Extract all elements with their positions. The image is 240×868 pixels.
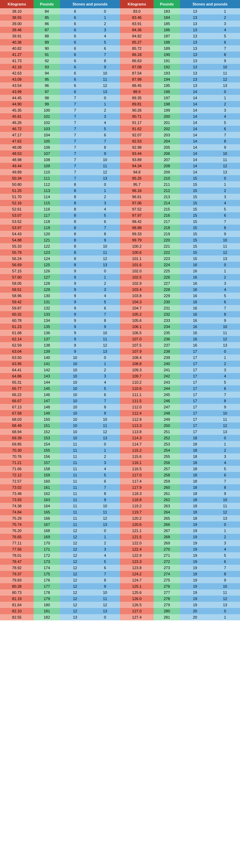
stones-cell: 12 <box>60 565 90 571</box>
st-lbs-cell: 0 <box>210 435 240 441</box>
stones-cell: 14 <box>180 163 210 169</box>
st-lbs-cell: 11 <box>90 163 120 169</box>
stones-cell: 9 <box>60 324 90 330</box>
stones-cell: 11 <box>60 509 90 515</box>
table-row: 45.3510072 <box>0 107 120 113</box>
stones-cell: 15 <box>180 194 210 200</box>
kg-cell: 95.25 <box>120 175 154 181</box>
lbs-cell: 157 <box>34 460 60 466</box>
lbs-cell: 266 <box>154 521 180 528</box>
stones-cell: 17 <box>180 392 210 398</box>
stones-cell: 6 <box>60 70 90 76</box>
stones-cell: 17 <box>180 354 210 361</box>
st-lbs-cell: 12 <box>90 169 120 175</box>
lbs-cell: 107 <box>34 150 60 157</box>
kg-cell: 98.88 <box>120 225 154 231</box>
lbs-cell: 125 <box>34 262 60 268</box>
stones-cell: 12 <box>60 528 90 534</box>
stones-cell: 17 <box>180 422 210 429</box>
lbs-cell: 99 <box>34 101 60 107</box>
st-lbs-cell: 8 <box>210 225 240 231</box>
table-row: 112.42481710 <box>120 410 240 416</box>
lbs-cell: 197 <box>154 95 180 101</box>
st-lbs-cell: 2 <box>90 367 120 373</box>
lbs-cell: 207 <box>154 157 180 163</box>
kg-cell: 39.00 <box>0 21 34 27</box>
kg-cell: 122.9 <box>120 552 154 559</box>
stones-cell: 11 <box>60 484 90 491</box>
lbs-cell: 206 <box>154 150 180 157</box>
stones-cell: 9 <box>60 348 90 354</box>
stones-cell: 12 <box>60 589 90 596</box>
table-row: 90.71200144 <box>120 113 240 120</box>
stones-cell: 6 <box>60 89 90 95</box>
st-lbs-cell: 7 <box>210 305 240 311</box>
st-lbs-cell: 9 <box>90 150 120 157</box>
table-row: 53.9711987 <box>0 225 120 231</box>
st-lbs-cell: 1 <box>210 95 240 101</box>
lbs-cell: 106 <box>34 144 60 150</box>
table-row: 58.9613094 <box>0 293 120 299</box>
stones-cell: 14 <box>180 150 210 157</box>
kg-cell: 75.29 <box>0 515 34 521</box>
st-lbs-cell: 12 <box>210 163 240 169</box>
lbs-cell: 123 <box>34 249 60 256</box>
st-lbs-cell: 13 <box>90 89 120 95</box>
stones-cell: 12 <box>60 540 90 546</box>
table-row: 81.191791211 <box>0 596 120 602</box>
st-lbs-cell: 13 <box>90 262 120 268</box>
kg-cell: 58.51 <box>0 286 34 293</box>
lbs-cell: 208 <box>154 163 180 169</box>
st-lbs-cell: 8 <box>90 58 120 64</box>
table-row: 109.7242174 <box>120 373 240 379</box>
stones-cell: 11 <box>60 472 90 478</box>
stones-cell: 19 <box>180 571 210 577</box>
table-row: 68.491511011 <box>0 422 120 429</box>
table-row: 92.53204148 <box>120 138 240 144</box>
kg-cell: 110.2 <box>120 379 154 385</box>
table-row: 92.07203147 <box>120 132 240 138</box>
table-row: 73.93163119 <box>0 497 120 503</box>
lbs-cell: 159 <box>34 472 60 478</box>
stones-cell: 15 <box>180 218 210 225</box>
kg-cell: 90.26 <box>120 107 154 113</box>
table-row: 113.82511713 <box>120 429 240 435</box>
left-kg-header: Kilograms <box>0 0 34 8</box>
stones-cell: 15 <box>180 249 210 256</box>
kg-cell: 38.55 <box>0 14 34 21</box>
kg-cell: 73.48 <box>0 491 34 497</box>
stones-cell: 17 <box>180 429 210 435</box>
stones-cell: 13 <box>180 45 210 52</box>
table-row: 98.42217157 <box>120 218 240 225</box>
kg-cell: 67.13 <box>0 404 34 410</box>
kg-cell: 106.1 <box>120 324 154 330</box>
table-row: 80.28177129 <box>0 583 120 589</box>
lbs-cell: 250 <box>154 422 180 429</box>
lbs-cell: 270 <box>154 546 180 552</box>
stones-cell: 9 <box>60 293 90 299</box>
table-row: 122.9271195 <box>120 552 240 559</box>
st-lbs-cell: 5 <box>210 379 240 385</box>
stones-cell: 12 <box>60 583 90 589</box>
stones-cell: 7 <box>60 126 90 132</box>
lbs-cell: 160 <box>34 478 60 484</box>
table-row: 105.2232168 <box>120 311 240 317</box>
right-lbs-header: Pounds <box>154 0 180 8</box>
kg-cell: 96.61 <box>120 194 154 200</box>
stones-cell: 12 <box>60 596 90 602</box>
st-lbs-cell: 5 <box>90 385 120 392</box>
lbs-cell: 175 <box>34 571 60 577</box>
stones-cell: 8 <box>60 212 90 218</box>
kg-cell: 63.95 <box>0 361 34 367</box>
kg-cell: 124.2 <box>120 571 154 577</box>
stones-cell: 16 <box>180 336 210 342</box>
stones-cell: 15 <box>180 237 210 243</box>
table-row: 97.06214154 <box>120 200 240 206</box>
stones-cell: 17 <box>180 410 210 416</box>
st-lbs-cell: 13 <box>90 608 120 614</box>
kg-cell: 124.7 <box>120 577 154 583</box>
st-lbs-cell: 4 <box>90 206 120 212</box>
kg-cell: 87.54 <box>120 70 154 76</box>
table-row: 70.30155111 <box>0 447 120 453</box>
kg-cell: 78.47 <box>0 559 34 565</box>
